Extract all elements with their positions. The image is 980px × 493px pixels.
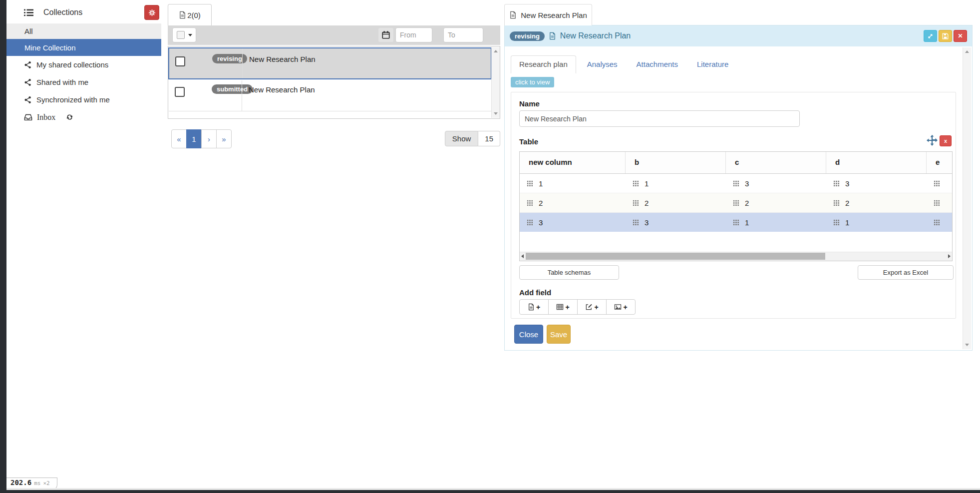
cell-value[interactable]: 2 — [845, 199, 849, 207]
pagination-page-1-button[interactable]: 1 — [186, 129, 202, 148]
column-header[interactable]: new column — [520, 152, 626, 173]
sidebar-item-my-shared-collections[interactable]: My shared collections — [6, 56, 161, 73]
scroll-up-arrow-icon[interactable] — [965, 50, 969, 53]
row-checkbox[interactable] — [175, 87, 185, 97]
cell-value[interactable]: 1 — [745, 218, 749, 227]
tab-research-plan[interactable]: Research plan — [511, 55, 576, 73]
sidebar-item-mine-collection[interactable]: Mine Collection — [6, 39, 161, 56]
cell-value[interactable]: 3 — [645, 218, 649, 227]
expand-button[interactable] — [924, 30, 937, 42]
date-from-input[interactable] — [395, 27, 432, 42]
tab-attachments[interactable]: Attachments — [629, 55, 686, 73]
drag-handle-icon[interactable] — [833, 219, 840, 226]
add-text-field-button[interactable]: + — [519, 299, 549, 315]
cell-value[interactable]: 1 — [845, 218, 849, 227]
cell-value[interactable]: 3 — [745, 179, 749, 188]
scroll-down-arrow-icon[interactable] — [494, 112, 498, 115]
list-toolbar — [168, 25, 500, 45]
scroll-right-arrow-icon[interactable] — [948, 254, 951, 258]
scroll-left-arrow-icon[interactable] — [521, 254, 524, 258]
drag-handle-icon[interactable] — [934, 219, 940, 226]
drag-handle-icon[interactable] — [934, 180, 940, 187]
sidebar-item-shared-with-me[interactable]: Shared with me — [6, 73, 161, 91]
drag-handle-icon[interactable] — [527, 200, 533, 206]
close-icon: x — [944, 138, 947, 144]
list-item[interactable]: revising New Research Plan — [168, 47, 492, 79]
tab-analyses[interactable]: Analyses — [579, 55, 626, 73]
page-size-value[interactable]: 15 — [478, 131, 500, 146]
calendar-filter-button[interactable] — [378, 28, 393, 42]
scrollbar-thumb[interactable] — [526, 253, 825, 260]
cell-value[interactable]: 2 — [745, 199, 749, 207]
app-root: Collections All Mine Collection My share… — [0, 0, 980, 493]
add-field-button-group: + + + — [519, 299, 636, 315]
list-item[interactable]: submitted New Research Plan — [169, 80, 491, 111]
drag-handle-icon[interactable] — [633, 219, 639, 226]
cell-divider — [242, 48, 243, 78]
documents-count-tab[interactable]: 2(0) — [168, 4, 212, 25]
detail-tab[interactable]: New Research Plan — [504, 4, 592, 25]
drag-handle-icon[interactable] — [527, 219, 533, 226]
detail-panel: New Research Plan revising New Research … — [504, 0, 973, 351]
cell-value[interactable]: 2 — [539, 199, 543, 207]
list-icon — [24, 9, 33, 16]
drag-handle-icon[interactable] — [833, 180, 840, 187]
sidebar-item-all[interactable]: All — [6, 23, 161, 39]
drag-handle-icon[interactable] — [733, 200, 739, 206]
table-row-selected[interactable]: 3 3 1 1 — [520, 213, 953, 232]
drag-handle-icon[interactable] — [527, 180, 533, 187]
drag-handle-icon[interactable] — [733, 180, 739, 187]
cell-value[interactable]: 2 — [645, 199, 649, 207]
delete-table-button[interactable]: x — [940, 135, 952, 146]
click-to-view-badge[interactable]: click to view — [511, 77, 554, 87]
select-all-dropdown[interactable] — [172, 27, 196, 42]
column-header[interactable]: d — [826, 152, 927, 173]
drag-handle-icon[interactable] — [733, 219, 739, 226]
sidebar-item-label: Synchronized with me — [36, 95, 110, 104]
add-image-field-button[interactable]: + — [606, 299, 636, 315]
close-panel-button[interactable]: ✕ — [954, 30, 967, 42]
table-row[interactable]: 2 2 2 2 — [520, 193, 953, 213]
cell-value[interactable]: 1 — [539, 179, 543, 188]
drag-handle-icon[interactable] — [633, 180, 639, 187]
table-schemas-button[interactable]: Table schemas — [519, 265, 619, 280]
sidebar-item-synchronized-with-me[interactable]: Synchronized with me — [6, 91, 161, 108]
column-header[interactable]: c — [726, 152, 826, 173]
table-icon — [556, 303, 564, 311]
add-edit-field-button[interactable]: + — [577, 299, 607, 315]
show-button[interactable]: Show — [445, 131, 479, 146]
name-input[interactable] — [519, 110, 800, 127]
detail-vertical-scrollbar[interactable] — [963, 47, 971, 349]
export-as-excel-button[interactable]: Export as Excel — [858, 265, 954, 280]
save-icon-button[interactable] — [939, 30, 952, 42]
add-table-field-button[interactable]: + — [548, 299, 578, 315]
cell-value[interactable]: 3 — [845, 179, 849, 188]
pagination-first-button[interactable]: « — [171, 129, 187, 148]
select-all-checkbox[interactable] — [177, 31, 185, 39]
column-header[interactable]: e — [927, 152, 953, 173]
table-horizontal-scrollbar[interactable] — [520, 252, 952, 261]
save-button[interactable]: Save — [547, 325, 571, 344]
edit-icon — [585, 303, 593, 311]
close-button[interactable]: Close — [514, 325, 543, 344]
row-checkbox[interactable] — [175, 56, 185, 66]
move-table-handle[interactable] — [927, 135, 938, 146]
cell-value[interactable]: 1 — [645, 179, 649, 188]
refresh-icon[interactable] — [66, 113, 73, 121]
drag-handle-icon[interactable] — [934, 200, 940, 206]
drag-handle-icon[interactable] — [633, 200, 639, 206]
sidebar-item-inbox[interactable]: Inbox — [6, 108, 161, 126]
pagination-next-button[interactable]: › — [201, 129, 217, 148]
tab-literature[interactable]: Literature — [689, 55, 736, 73]
collections-settings-button[interactable] — [144, 5, 159, 20]
scroll-up-arrow-icon[interactable] — [494, 50, 498, 52]
list-vertical-scrollbar[interactable] — [491, 47, 500, 118]
drag-handle-icon[interactable] — [833, 200, 840, 206]
list-footer: « 1 › » Show 15 — [168, 129, 500, 150]
column-header[interactable]: b — [626, 152, 726, 173]
table-row[interactable]: 1 1 3 3 — [520, 174, 953, 193]
date-to-input[interactable] — [443, 27, 483, 42]
scroll-down-arrow-icon[interactable] — [965, 344, 969, 346]
pagination-last-button[interactable]: » — [216, 129, 232, 148]
cell-value[interactable]: 3 — [539, 218, 543, 227]
